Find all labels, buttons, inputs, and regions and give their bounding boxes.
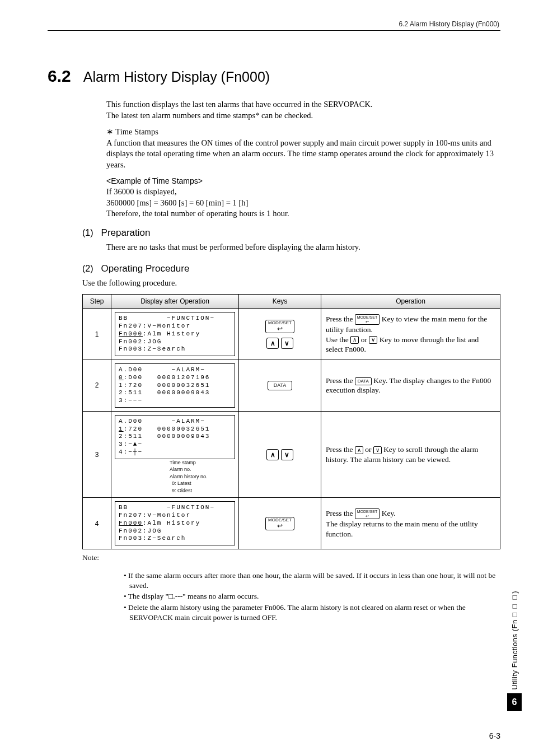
intro-block: This function displays the last ten alar… bbox=[106, 99, 500, 220]
down-key-icon: ∨ bbox=[281, 449, 293, 460]
sub2-body-wrap: Use the following procedure. Step Displa… bbox=[82, 278, 500, 623]
op-cell: Press the MODE/SET↩ Key to view the main… bbox=[321, 309, 500, 360]
display-box: BB −FUNCTION− Fn207:V−Monitor Fn000:Alm … bbox=[115, 501, 235, 545]
down-key-icon: ∨ bbox=[369, 336, 377, 344]
up-key-icon: ∧ bbox=[266, 338, 279, 349]
op-cell: Press the DATA Key. The display changes … bbox=[321, 360, 500, 412]
modeset-key-icon: MODE/SET↩ bbox=[355, 314, 380, 325]
th-display: Display after Operation bbox=[111, 295, 239, 309]
example-l3: Therefore, the total number of operating… bbox=[106, 208, 500, 220]
step-cell: 4 bbox=[83, 498, 111, 549]
intro-p1: This function displays the last ten alar… bbox=[106, 99, 500, 110]
table-row: 3 A.D00 −ALARM− 1:720 00000032651 2:511 … bbox=[83, 411, 500, 498]
timestamp-body: A function that measures the ON times of… bbox=[106, 138, 500, 171]
th-op: Operation bbox=[321, 295, 500, 309]
modeset-key-icon: MODE/SET↩ bbox=[355, 508, 380, 519]
page-header: 6.2 Alarm History Display (Fn000) bbox=[48, 20, 500, 28]
up-key-icon: ∧ bbox=[355, 446, 363, 454]
table-row: 4 BB −FUNCTION− Fn207:V−Monitor Fn000:Al… bbox=[83, 498, 500, 549]
table-row: 2 A.D00 −ALARM− 0:D00 00001207196 1:720 … bbox=[83, 360, 500, 412]
display-box: A.D00 −ALARM− 1:720 00000032651 2:511 00… bbox=[115, 415, 235, 459]
up-key-icon: ∧ bbox=[266, 449, 279, 460]
header-rule bbox=[48, 30, 500, 31]
display-cell: A.D00 −ALARM− 1:720 00000032651 2:511 00… bbox=[111, 411, 239, 498]
modeset-key-icon: MODE/SET ↩ bbox=[265, 320, 294, 333]
sub1-body: There are no tasks that must be performe… bbox=[106, 242, 500, 253]
page-number: 6-3 bbox=[489, 731, 500, 740]
display-cell: A.D00 −ALARM− 0:D00 00001207196 1:720 00… bbox=[111, 360, 239, 412]
section-number: 6.2 bbox=[48, 67, 71, 86]
subheading-2: (2) Operating Procedure bbox=[82, 263, 500, 274]
keys-cell: DATA bbox=[239, 360, 321, 412]
modeset-key-icon: MODE/SET ↩ bbox=[265, 517, 294, 530]
th-keys: Keys bbox=[239, 295, 321, 309]
data-key-icon: DATA bbox=[355, 377, 372, 385]
subheading-2-title: Operating Procedure bbox=[101, 263, 190, 274]
subheading-1-title: Preparation bbox=[101, 227, 151, 239]
section-title: Alarm History Display (Fn000) bbox=[83, 69, 270, 85]
note-label: Note: bbox=[82, 553, 500, 563]
example-l2: 3600000 [ms] = 3600 [s] = 60 [min] = 1 [… bbox=[106, 198, 500, 209]
timestamp-label: ∗ Time Stamps bbox=[106, 127, 500, 138]
keys-cell: MODE/SET ↩ ∧ ∨ bbox=[239, 309, 321, 360]
note-item: Delete the alarm history using the param… bbox=[124, 603, 500, 623]
op-cell: Press the ∧ or ∨ Key to scroll through t… bbox=[321, 411, 500, 498]
display-cell: BB −FUNCTION− Fn207:V−Monitor Fn000:Alm … bbox=[111, 309, 239, 360]
section-heading: 6.2 Alarm History Display (Fn000) bbox=[48, 67, 500, 86]
side-tab: Utility Functions (Fn□□□) 6 bbox=[507, 591, 522, 711]
example-title: <Example of Time Stamps> bbox=[106, 176, 500, 186]
display-box: BB −FUNCTION− Fn207:V−Monitor Fn000:Alm … bbox=[115, 312, 235, 356]
note-item: If the same alarm occurs after more than… bbox=[124, 571, 500, 591]
sub2-body: Use the following procedure. bbox=[82, 278, 177, 287]
annotation-block: Time stamp Alarm no. Alarm history no. 0… bbox=[115, 459, 235, 494]
display-cell: BB −FUNCTION− Fn207:V−Monitor Fn000:Alm … bbox=[111, 498, 239, 549]
step-cell: 1 bbox=[83, 309, 111, 360]
data-key-icon: DATA bbox=[268, 381, 293, 390]
th-step: Step bbox=[83, 295, 111, 309]
op-cell: Press the MODE/SET↩ Key. The display ret… bbox=[321, 498, 500, 549]
up-key-icon: ∧ bbox=[350, 336, 359, 344]
keys-cell: MODE/SET ↩ bbox=[239, 498, 321, 549]
subheading-1: (1) Preparation bbox=[82, 227, 500, 239]
down-key-icon: ∨ bbox=[373, 446, 382, 454]
note-item: The display "□.---" means no alarm occur… bbox=[124, 591, 500, 601]
down-key-icon: ∨ bbox=[281, 338, 293, 349]
subheading-2-num: (2) bbox=[82, 264, 93, 274]
procedure-table: Step Display after Operation Keys Operat… bbox=[82, 294, 500, 549]
keys-cell: ∧ ∨ bbox=[239, 411, 321, 498]
example-l1: If 36000 is displayed, bbox=[106, 186, 500, 198]
chapter-number-box: 6 bbox=[507, 693, 522, 711]
table-row: 1 BB −FUNCTION− Fn207:V−Monitor Fn000:Al… bbox=[83, 309, 500, 360]
subheading-1-num: (1) bbox=[82, 228, 93, 238]
display-box: A.D00 −ALARM− 0:D00 00001207196 1:720 00… bbox=[115, 363, 235, 408]
step-cell: 2 bbox=[83, 360, 111, 412]
step-cell: 3 bbox=[83, 411, 111, 498]
intro-p2: The latest ten alarm numbers and time st… bbox=[106, 110, 500, 122]
side-tab-text: Utility Functions (Fn□□□) bbox=[510, 591, 519, 690]
note-list: If the same alarm occurs after more than… bbox=[101, 571, 500, 623]
